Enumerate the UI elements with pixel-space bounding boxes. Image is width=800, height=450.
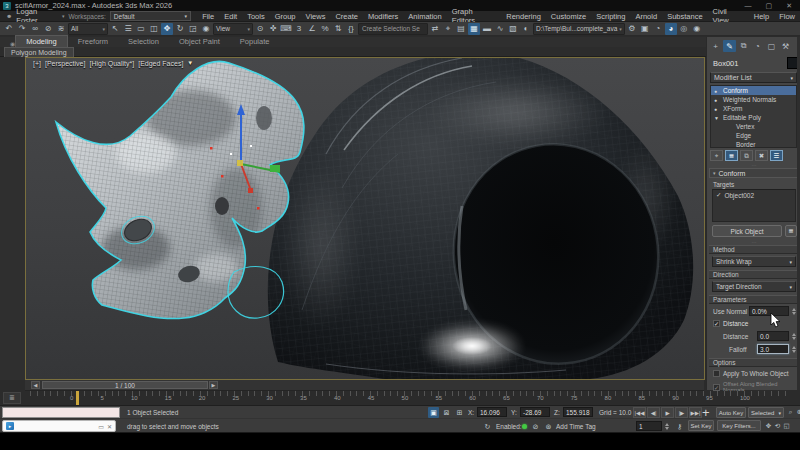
progressive-refine-icon[interactable]: ↻ <box>482 421 493 432</box>
close-icon[interactable]: ✕ <box>786 2 792 10</box>
select-by-name-icon[interactable]: ☰▾ <box>122 23 134 35</box>
bulb-icon[interactable]: ▼ <box>714 115 720 121</box>
stack-row-border[interactable]: Border <box>711 140 796 148</box>
named-selection-field[interactable]: Create Selection Se▾ <box>358 23 428 35</box>
user-caret[interactable]: ▾ <box>62 13 65 19</box>
isolate-selection-icon[interactable]: ▣ <box>428 407 439 418</box>
render-preset-dropdown[interactable]: D:\Temp\Bul...complete_ava▾ <box>533 23 625 35</box>
filter-icon[interactable]: ▼ <box>187 60 193 67</box>
menu-item[interactable]: Substance <box>662 12 707 21</box>
align-icon[interactable]: ⌖▾ <box>442 23 454 35</box>
armor-mesh[interactable] <box>256 58 704 379</box>
selection-set-dropdown[interactable]: Selected▾ <box>748 407 784 418</box>
stack-row-edge[interactable]: Edge <box>711 131 796 140</box>
unlink-selection-icon[interactable]: ⊘▾ <box>42 23 54 35</box>
select-and-link-icon[interactable]: ∞▾ <box>29 23 41 35</box>
maxscript-mini-listener[interactable] <box>2 407 120 418</box>
viewport-canvas[interactable]: [+] [Perspective] [High Quality*] [Edged… <box>25 57 705 380</box>
mirror-icon[interactable]: ⇄▾ <box>429 23 441 35</box>
select-and-move-icon[interactable]: ✥▾ <box>161 23 173 35</box>
material-editor-icon[interactable]: ◐▾ <box>520 23 532 35</box>
stack-row-xform[interactable]: ● XForm <box>711 104 796 113</box>
apply-whole-checkbox[interactable] <box>713 370 720 377</box>
redo-icon[interactable]: ↷▾ <box>16 23 28 35</box>
current-frame-field[interactable]: 1 <box>636 421 662 431</box>
menu-item[interactable]: Scripting <box>591 12 630 21</box>
selection-filter-dropdown[interactable]: All▾ <box>68 23 108 35</box>
utilities-tab[interactable]: ⚒ <box>779 40 792 52</box>
time-slider[interactable]: ◀ 1 / 100 ▶ <box>25 380 704 391</box>
pan-icon[interactable]: ✥ <box>764 421 773 431</box>
ribbon-tab-freeform[interactable]: Freeform <box>68 36 118 47</box>
viewport-general-menu[interactable]: [+] <box>33 60 41 67</box>
select-and-place-icon[interactable]: ◉▾ <box>200 23 212 35</box>
menu-item[interactable]: Animation <box>403 12 446 21</box>
rollout-grip[interactable]: ⋯ <box>707 163 800 167</box>
distance-field[interactable]: 0.0 <box>757 331 789 341</box>
maximize-icon[interactable]: ▢ <box>766 2 773 10</box>
window-crossing-icon[interactable]: ◫▾ <box>148 23 160 35</box>
auto-key-button[interactable]: Auto Key <box>716 407 746 418</box>
go-to-end-button[interactable]: ▶▶| <box>689 407 702 418</box>
offset-along-checkbox[interactable]: ✓ <box>713 384 720 391</box>
zoom-all-icon[interactable]: ⊕ <box>795 407 800 417</box>
menu-item[interactable]: Tools <box>242 12 270 21</box>
polygon-modeling-tab[interactable]: Polygon Modeling <box>4 47 74 57</box>
viewport-pov-menu[interactable]: [Perspective] <box>45 60 85 67</box>
layer-explorer-icon[interactable]: ▦▾ <box>468 23 480 35</box>
select-and-scale-icon[interactable]: ◲▾ <box>187 23 199 35</box>
make-unique-icon[interactable]: ⧉ <box>740 150 753 161</box>
stack-row-weighted-normals[interactable]: ● Weighted Normals <box>711 95 796 104</box>
select-object-icon[interactable]: ↖▾ <box>109 23 121 35</box>
use-normal-field[interactable]: 0.0% <box>749 306 789 316</box>
track-bar[interactable]: ≣ 05101520253035404550556065707580859095… <box>0 391 800 406</box>
menu-item[interactable]: File <box>197 12 219 21</box>
configure-modifier-sets-icon[interactable]: ☰ <box>770 150 783 161</box>
remove-modifier-icon[interactable]: ✖ <box>755 150 768 161</box>
current-frame-marker[interactable] <box>76 391 79 405</box>
menu-item[interactable]: Views <box>301 12 331 21</box>
floating-mini-window[interactable]: ▸ ▭ ✕ <box>2 420 116 432</box>
snap-toggle-3d-icon[interactable]: 3▾ <box>293 23 305 35</box>
orbit-icon[interactable]: ⟲ <box>773 421 782 431</box>
plus-icon[interactable]: + <box>702 405 710 420</box>
bulb-icon[interactable]: ● <box>714 97 720 103</box>
previous-frame-icon[interactable]: ◀ <box>31 381 40 389</box>
add-time-tag[interactable]: Add Time Tag <box>556 423 596 430</box>
stack-row-editable-poly[interactable]: ▼ Editable Poly <box>711 113 796 122</box>
spinner-snap-icon[interactable]: ⇅▾ <box>332 23 344 35</box>
ribbon-tab-modeling[interactable]: Modeling <box>15 35 67 47</box>
render-setup-icon[interactable]: ⚙▾ <box>626 23 638 35</box>
menu-item[interactable]: Flow <box>774 12 800 21</box>
menu-item[interactable]: Edit <box>219 12 242 21</box>
targets-list[interactable]: ✓ Object002 <box>712 189 796 222</box>
motion-tab[interactable]: ◔ <box>751 40 764 52</box>
z-coordinate-field[interactable]: 155.918 <box>563 407 593 417</box>
hierarchy-tab[interactable]: ⧉ <box>737 40 750 52</box>
ribbon-tab-selection[interactable]: Selection <box>118 36 169 47</box>
time-slider-handle[interactable]: 1 / 100 <box>42 381 208 389</box>
menu-item[interactable]: Group <box>270 12 301 21</box>
selection-lock-icon[interactable]: ⊠ <box>441 407 452 418</box>
x-coordinate-field[interactable]: 16.096 <box>477 407 507 417</box>
reference-coordinate-dropdown[interactable]: View▾ <box>213 23 253 35</box>
key-filters-button[interactable]: Key Filters... <box>717 420 761 431</box>
bulb-icon[interactable]: ● <box>714 88 720 94</box>
conform-rollout-header[interactable]: ▾ Conform <box>709 168 798 178</box>
menu-item[interactable]: Rendering <box>501 12 546 21</box>
angle-snap-icon[interactable]: ∠▾ <box>306 23 318 35</box>
curve-editor-icon[interactable]: ∿▾ <box>494 23 506 35</box>
pin-stack-icon[interactable]: ⌖ <box>710 150 723 161</box>
rectangular-selection-icon[interactable]: ▭▾ <box>135 23 147 35</box>
viewport-quality-menu[interactable]: [High Quality*] <box>89 60 134 67</box>
bulb-icon[interactable]: ● <box>714 106 720 112</box>
distance-spinner[interactable] <box>790 331 797 341</box>
frame-spinner[interactable] <box>663 421 670 431</box>
modifier-list-dropdown[interactable]: Modifier List▾ <box>710 72 797 83</box>
target-item[interactable]: ✓ Object002 <box>713 190 795 200</box>
absolute-offset-icon[interactable]: ⊞ <box>454 407 465 418</box>
menu-item[interactable]: Customize <box>546 12 591 21</box>
stack-row-conform[interactable]: ● Conform <box>711 86 796 95</box>
mini-close-icon[interactable]: ✕ <box>107 423 112 430</box>
section-grip[interactable]: ⋯ <box>707 240 800 244</box>
